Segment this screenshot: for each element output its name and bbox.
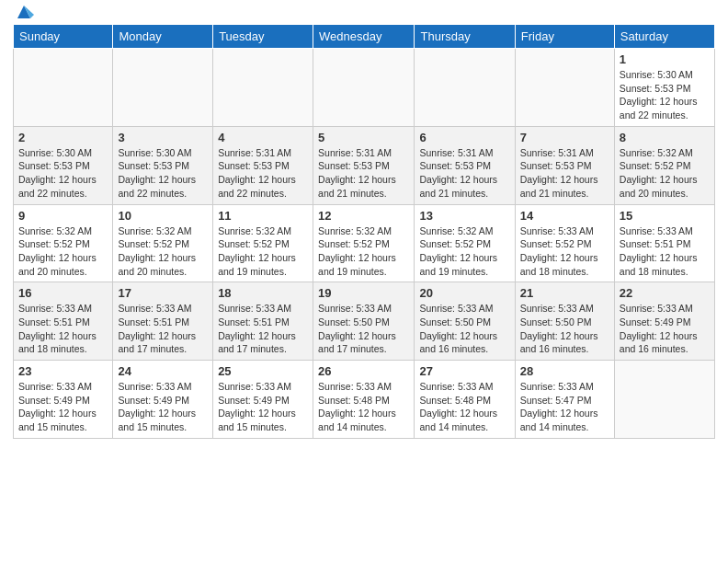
day-number: 4 [218,131,308,144]
day-number: 18 [218,286,308,300]
calendar-cell: 18Sunrise: 5:33 AM Sunset: 5:51 PM Dayli… [213,282,313,361]
day-number: 8 [620,131,710,144]
calendar-cell: 27Sunrise: 5:33 AM Sunset: 5:48 PM Dayli… [415,361,515,439]
day-info: Sunrise: 5:33 AM Sunset: 5:49 PM Dayligh… [18,380,108,434]
day-info: Sunrise: 5:33 AM Sunset: 5:48 PM Dayligh… [419,380,509,434]
calendar-cell: 2Sunrise: 5:30 AM Sunset: 5:53 PM Daylig… [14,126,113,204]
day-info: Sunrise: 5:33 AM Sunset: 5:52 PM Dayligh… [520,224,609,279]
calendar-week-row: 1Sunrise: 5:30 AM Sunset: 5:53 PM Daylig… [14,49,715,127]
calendar-cell: 28Sunrise: 5:33 AM Sunset: 5:47 PM Dayli… [515,361,614,439]
calendar-week-row: 23Sunrise: 5:33 AM Sunset: 5:49 PM Dayli… [14,361,715,439]
logo-icon [14,2,34,22]
calendar-cell [614,361,714,439]
day-info: Sunrise: 5:31 AM Sunset: 5:53 PM Dayligh… [218,146,308,201]
calendar-header-sunday: Sunday [14,25,113,49]
day-number: 26 [318,364,409,378]
calendar-cell: 10Sunrise: 5:32 AM Sunset: 5:52 PM Dayli… [113,204,213,282]
calendar-week-row: 2Sunrise: 5:30 AM Sunset: 5:53 PM Daylig… [14,126,715,204]
calendar-table: SundayMondayTuesdayWednesdayThursdayFrid… [13,24,715,439]
calendar-week-row: 9Sunrise: 5:32 AM Sunset: 5:52 PM Daylig… [14,204,715,282]
calendar-cell: 16Sunrise: 5:33 AM Sunset: 5:51 PM Dayli… [14,282,113,361]
calendar-cell: 12Sunrise: 5:32 AM Sunset: 5:52 PM Dayli… [313,204,415,282]
day-info: Sunrise: 5:33 AM Sunset: 5:51 PM Dayligh… [118,302,208,356]
calendar-cell: 25Sunrise: 5:33 AM Sunset: 5:49 PM Dayli… [213,361,313,439]
day-info: Sunrise: 5:32 AM Sunset: 5:52 PM Dayligh… [18,224,108,279]
day-number: 19 [318,286,409,300]
day-info: Sunrise: 5:31 AM Sunset: 5:53 PM Dayligh… [419,146,509,201]
day-number: 16 [18,286,108,300]
day-info: Sunrise: 5:31 AM Sunset: 5:53 PM Dayligh… [318,146,409,201]
calendar-cell: 13Sunrise: 5:32 AM Sunset: 5:52 PM Dayli… [415,204,515,282]
day-info: Sunrise: 5:33 AM Sunset: 5:50 PM Dayligh… [520,302,609,356]
day-info: Sunrise: 5:30 AM Sunset: 5:53 PM Dayligh… [620,68,710,122]
calendar-header-monday: Monday [113,25,213,49]
calendar-cell [515,49,614,127]
calendar-cell: 5Sunrise: 5:31 AM Sunset: 5:53 PM Daylig… [313,126,415,204]
day-number: 27 [419,364,509,378]
calendar-cell: 8Sunrise: 5:32 AM Sunset: 5:52 PM Daylig… [614,126,714,204]
day-number: 25 [218,364,308,378]
day-number: 14 [520,209,609,223]
page-container: SundayMondayTuesdayWednesdayThursdayFrid… [0,0,728,448]
calendar-cell: 20Sunrise: 5:33 AM Sunset: 5:50 PM Dayli… [415,282,515,361]
day-info: Sunrise: 5:33 AM Sunset: 5:48 PM Dayligh… [318,380,409,434]
header [13,9,715,17]
calendar-cell: 3Sunrise: 5:30 AM Sunset: 5:53 PM Daylig… [113,126,213,204]
day-number: 21 [520,286,609,300]
day-info: Sunrise: 5:33 AM Sunset: 5:49 PM Dayligh… [620,302,710,356]
day-number: 13 [419,209,509,223]
calendar-header-friday: Friday [515,25,614,49]
calendar-cell [415,49,515,127]
day-number: 6 [419,131,509,144]
calendar-header-thursday: Thursday [415,25,515,49]
day-number: 7 [520,131,609,144]
day-info: Sunrise: 5:33 AM Sunset: 5:49 PM Dayligh… [218,380,308,434]
day-info: Sunrise: 5:31 AM Sunset: 5:53 PM Dayligh… [520,146,609,201]
calendar-cell: 22Sunrise: 5:33 AM Sunset: 5:49 PM Dayli… [614,282,714,361]
day-number: 17 [118,286,208,300]
day-number: 11 [218,209,308,223]
day-info: Sunrise: 5:33 AM Sunset: 5:51 PM Dayligh… [18,302,108,356]
calendar-cell: 4Sunrise: 5:31 AM Sunset: 5:53 PM Daylig… [213,126,313,204]
calendar-cell: 9Sunrise: 5:32 AM Sunset: 5:52 PM Daylig… [14,204,113,282]
day-number: 20 [419,286,509,300]
day-info: Sunrise: 5:30 AM Sunset: 5:53 PM Dayligh… [118,146,208,201]
day-info: Sunrise: 5:33 AM Sunset: 5:49 PM Dayligh… [118,380,208,434]
day-number: 23 [18,364,108,378]
calendar-cell: 21Sunrise: 5:33 AM Sunset: 5:50 PM Dayli… [515,282,614,361]
calendar-cell: 7Sunrise: 5:31 AM Sunset: 5:53 PM Daylig… [515,126,614,204]
calendar-cell [113,49,213,127]
day-info: Sunrise: 5:32 AM Sunset: 5:52 PM Dayligh… [318,224,409,279]
calendar-cell: 19Sunrise: 5:33 AM Sunset: 5:50 PM Dayli… [313,282,415,361]
day-number: 2 [18,131,108,144]
calendar-header-wednesday: Wednesday [313,25,415,49]
day-info: Sunrise: 5:30 AM Sunset: 5:53 PM Dayligh… [18,146,108,201]
day-number: 9 [18,209,108,223]
calendar-cell [213,49,313,127]
calendar-cell: 11Sunrise: 5:32 AM Sunset: 5:52 PM Dayli… [213,204,313,282]
calendar-cell: 26Sunrise: 5:33 AM Sunset: 5:48 PM Dayli… [313,361,415,439]
calendar-header-saturday: Saturday [614,25,714,49]
day-number: 24 [118,364,208,378]
day-number: 3 [118,131,208,144]
day-number: 10 [118,209,208,223]
calendar-cell: 24Sunrise: 5:33 AM Sunset: 5:49 PM Dayli… [113,361,213,439]
calendar-cell: 23Sunrise: 5:33 AM Sunset: 5:49 PM Dayli… [14,361,113,439]
day-number: 1 [620,52,710,66]
day-number: 22 [620,286,710,300]
day-info: Sunrise: 5:32 AM Sunset: 5:52 PM Dayligh… [620,146,710,201]
day-info: Sunrise: 5:33 AM Sunset: 5:50 PM Dayligh… [419,302,509,356]
day-number: 28 [520,364,609,378]
calendar-week-row: 16Sunrise: 5:33 AM Sunset: 5:51 PM Dayli… [14,282,715,361]
day-number: 5 [318,131,409,144]
logo [13,9,34,17]
calendar-header-tuesday: Tuesday [213,25,313,49]
day-info: Sunrise: 5:33 AM Sunset: 5:51 PM Dayligh… [620,224,710,279]
day-info: Sunrise: 5:32 AM Sunset: 5:52 PM Dayligh… [218,224,308,279]
calendar-cell [313,49,415,127]
calendar-cell: 15Sunrise: 5:33 AM Sunset: 5:51 PM Dayli… [614,204,714,282]
day-number: 15 [620,209,710,223]
day-info: Sunrise: 5:33 AM Sunset: 5:47 PM Dayligh… [520,380,609,434]
day-info: Sunrise: 5:32 AM Sunset: 5:52 PM Dayligh… [118,224,208,279]
calendar-cell: 1Sunrise: 5:30 AM Sunset: 5:53 PM Daylig… [614,49,714,127]
